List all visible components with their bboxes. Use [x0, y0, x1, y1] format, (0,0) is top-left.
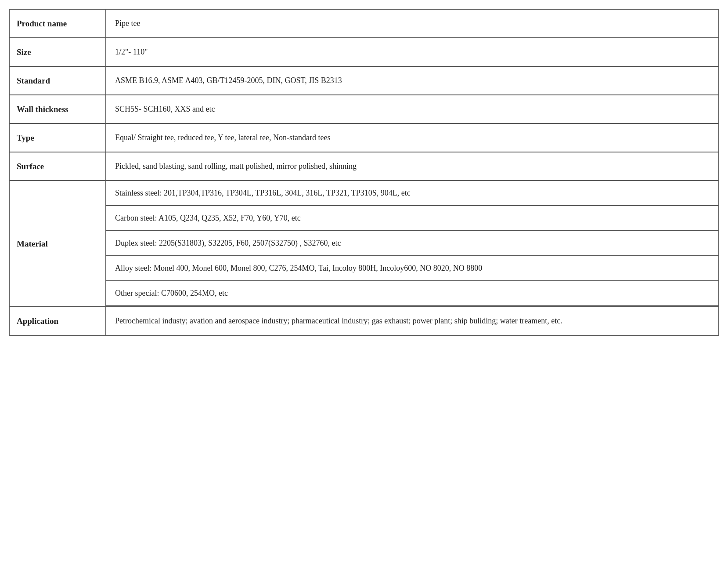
table-row-application: Application Petrochemical industy; avati… — [9, 307, 719, 335]
label-size: Size — [9, 38, 106, 66]
table-row-material: Material Stainless steel: 201,TP304,TP31… — [9, 181, 719, 307]
material-carbon: Carbon steel: A105, Q234, Q235, X52, F70… — [106, 206, 718, 231]
table-row-size: Size 1/2"- 110" — [9, 38, 719, 66]
list-item: Alloy steel: Monel 400, Monel 600, Monel… — [106, 256, 718, 281]
list-item: Duplex steel: 2205(S31803), S32205, F60,… — [106, 231, 718, 256]
table-row-wall-thickness: Wall thickness SCH5S- SCH160, XXS and et… — [9, 95, 719, 123]
material-other: Other special: C70600, 254MO, etc — [106, 281, 718, 306]
value-type: Equal/ Straight tee, reduced tee, Y tee,… — [106, 123, 719, 152]
material-sub-table: Stainless steel: 201,TP304,TP316, TP304L… — [106, 181, 718, 306]
value-surface: Pickled, sand blasting, sand rolling, ma… — [106, 152, 719, 181]
label-material: Material — [9, 181, 106, 307]
value-product-name: Pipe tee — [106, 9, 719, 38]
value-size: 1/2"- 110" — [106, 38, 719, 66]
value-application: Petrochemical industy; avation and aeros… — [106, 307, 719, 335]
label-application: Application — [9, 307, 106, 335]
label-type: Type — [9, 123, 106, 152]
material-alloy: Alloy steel: Monel 400, Monel 600, Monel… — [106, 256, 718, 281]
value-wall-thickness: SCH5S- SCH160, XXS and etc — [106, 95, 719, 123]
table-row-type: Type Equal/ Straight tee, reduced tee, Y… — [9, 123, 719, 152]
list-item: Stainless steel: 201,TP304,TP316, TP304L… — [106, 181, 718, 206]
label-surface: Surface — [9, 152, 106, 181]
label-wall-thickness: Wall thickness — [9, 95, 106, 123]
material-duplex: Duplex steel: 2205(S31803), S32205, F60,… — [106, 231, 718, 256]
label-standard: Standard — [9, 66, 106, 95]
table-row-product-name: Product name Pipe tee — [9, 9, 719, 38]
value-standard: ASME B16.9, ASME A403, GB/T12459-2005, D… — [106, 66, 719, 95]
list-item: Other special: C70600, 254MO, etc — [106, 281, 718, 306]
material-stainless: Stainless steel: 201,TP304,TP316, TP304L… — [106, 181, 718, 206]
list-item: Carbon steel: A105, Q234, Q235, X52, F70… — [106, 206, 718, 231]
product-table: Product name Pipe tee Size 1/2"- 110" St… — [9, 9, 719, 336]
table-row-standard: Standard ASME B16.9, ASME A403, GB/T1245… — [9, 66, 719, 95]
value-material: Stainless steel: 201,TP304,TP316, TP304L… — [106, 181, 719, 307]
label-product-name: Product name — [9, 9, 106, 38]
table-row-surface: Surface Pickled, sand blasting, sand rol… — [9, 152, 719, 181]
